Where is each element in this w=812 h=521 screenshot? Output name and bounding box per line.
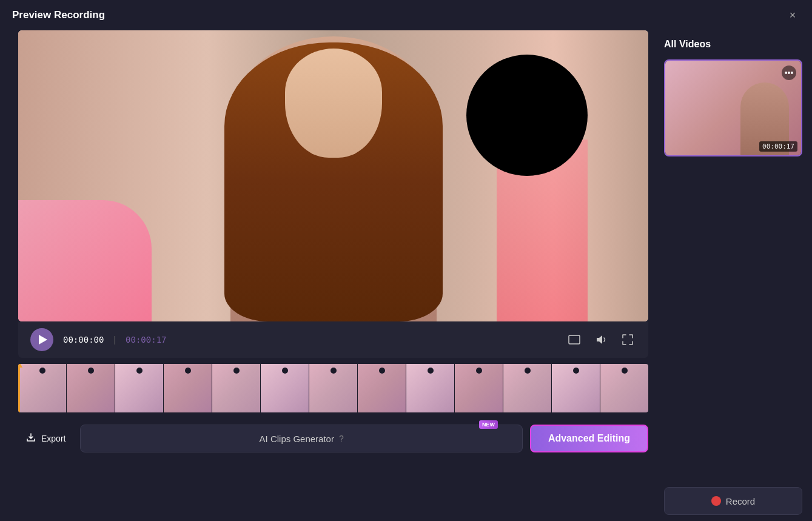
new-badge: NEW xyxy=(479,420,498,429)
timeline-frame xyxy=(261,364,309,412)
timeline-dot xyxy=(282,368,288,374)
timeline-frame xyxy=(358,364,406,412)
title-bar: Preview Recording × xyxy=(0,0,812,30)
timeline-frame xyxy=(600,364,648,412)
svg-marker-1 xyxy=(597,335,602,344)
right-panel-spacer xyxy=(664,164,802,480)
aspect-ratio-icon[interactable] xyxy=(566,331,583,348)
timeline-frame xyxy=(164,364,212,412)
timeline-frame xyxy=(503,364,551,412)
timeline-dot xyxy=(573,368,579,374)
fullscreen-icon[interactable] xyxy=(619,331,636,348)
timeline-strip[interactable] xyxy=(18,364,648,412)
record-button[interactable]: Record xyxy=(664,487,802,515)
timeline-dot xyxy=(88,368,94,374)
app-window: Preview Recording × xyxy=(0,0,812,521)
total-time: 00:00:17 xyxy=(126,335,166,345)
thumbnail-duration: 00:00:17 xyxy=(759,141,797,152)
bottom-bar: Export NEW AI Clips Generator ? Advanced… xyxy=(18,418,648,459)
play-button[interactable] xyxy=(30,328,53,351)
advanced-editing-label: Advanced Editing xyxy=(548,433,630,444)
export-label: Export xyxy=(41,434,65,443)
right-panel: All Videos ••• 00:00:17 Record xyxy=(654,30,812,521)
svg-rect-0 xyxy=(569,335,580,344)
video-preview xyxy=(18,30,648,321)
advanced-editing-button[interactable]: Advanced Editing xyxy=(530,425,648,452)
person-face xyxy=(285,49,382,158)
play-icon xyxy=(39,335,47,345)
current-time: 00:00:00 xyxy=(63,335,104,345)
timeline-frame xyxy=(212,364,260,412)
time-divider: | xyxy=(113,335,116,345)
timeline-frame xyxy=(115,364,163,412)
window-title: Preview Recording xyxy=(12,9,105,21)
timeline-dot xyxy=(428,368,434,374)
export-icon xyxy=(25,432,36,445)
video-scene xyxy=(18,30,648,321)
timeline-dot xyxy=(136,368,143,374)
timeline-dot xyxy=(331,368,337,374)
timeline-frame xyxy=(552,364,600,412)
timeline-marker xyxy=(18,364,20,412)
timeline-dot xyxy=(185,368,191,374)
timeline-dot xyxy=(379,368,385,374)
timeline-dot xyxy=(525,368,531,374)
main-content: 00:00:00 | 00:00:17 xyxy=(0,30,812,521)
thumbnail-more-button[interactable]: ••• xyxy=(782,66,796,80)
record-label: Record xyxy=(726,496,755,506)
timeline-frame xyxy=(406,364,454,412)
controls-bar: 00:00:00 | 00:00:17 xyxy=(18,321,648,358)
timeline-frame xyxy=(455,364,503,412)
timeline-dot xyxy=(622,368,628,374)
ai-clips-label: AI Clips Generator xyxy=(260,434,334,444)
volume-icon[interactable] xyxy=(592,331,609,348)
help-icon: ? xyxy=(339,434,344,443)
timeline-frames xyxy=(18,364,648,412)
webcam-overlay xyxy=(466,55,588,176)
more-options-icon: ••• xyxy=(785,68,794,78)
video-thumbnail-card[interactable]: ••• 00:00:17 xyxy=(664,59,802,156)
timeline-frame xyxy=(67,364,115,412)
ai-clips-button[interactable]: NEW AI Clips Generator ? xyxy=(80,425,522,452)
pink-accent-left xyxy=(18,200,152,321)
timeline-frame xyxy=(18,364,66,412)
record-dot-icon xyxy=(711,496,721,506)
timeline-frame xyxy=(309,364,357,412)
export-button[interactable]: Export xyxy=(18,427,73,450)
all-videos-title: All Videos xyxy=(664,36,802,52)
close-button[interactable]: × xyxy=(785,8,800,22)
timeline-dot xyxy=(233,368,240,374)
timeline-dot xyxy=(476,368,482,374)
left-panel: 00:00:00 | 00:00:17 xyxy=(0,30,654,521)
timeline-dot xyxy=(39,368,45,374)
